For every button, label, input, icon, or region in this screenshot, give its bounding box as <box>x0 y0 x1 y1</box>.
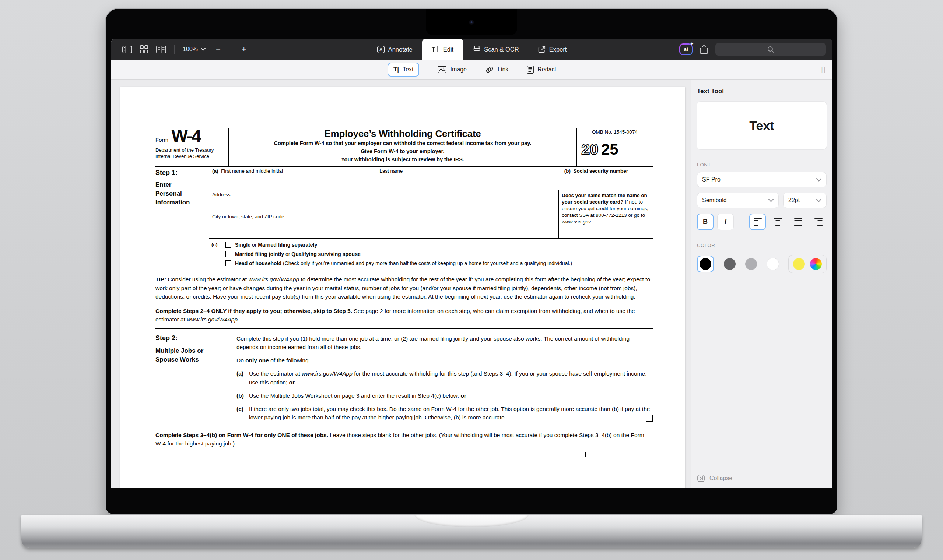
collapse-label: Collapse <box>709 475 732 482</box>
form-year: 2025 <box>577 140 653 158</box>
chevron-down-icon <box>201 48 205 51</box>
edit-text-icon: T <box>432 46 440 53</box>
sidebar-panel-icon[interactable] <box>122 46 132 53</box>
font-size-select[interactable]: 22pt <box>783 192 827 208</box>
section-divider <box>156 270 653 271</box>
checkbox-head-of-household[interactable] <box>225 260 231 266</box>
step2-intro: Complete this step if you (1) hold more … <box>236 334 653 352</box>
step2-option-b: (b) Use the Multiple Jobs Worksheet on p… <box>236 391 653 400</box>
filing-status-option: Single or Married filing separately <box>225 242 572 248</box>
toolbar-divider <box>174 45 175 54</box>
checkbox-single[interactable] <box>225 242 231 248</box>
step1-fields: (a) First name and middle initial Last n… <box>209 167 653 270</box>
step1-section: Step 1: Enter Personal Information (a) F… <box>156 167 653 270</box>
form-title-block: Employee’s Withholding Certificate Compl… <box>228 128 577 166</box>
tool-redact[interactable]: Redact <box>527 66 556 74</box>
font-weight-select[interactable]: Semibold <box>697 192 779 208</box>
address-field[interactable]: Address <box>209 190 558 212</box>
zoom-level-dropdown[interactable]: 100% <box>183 46 205 53</box>
tool-label: Text <box>403 66 413 73</box>
zoom-out-button[interactable]: − <box>214 45 223 53</box>
ai-assistant-icon[interactable]: ai ✦ <box>679 43 692 55</box>
toolbar-left-group: 100% − + <box>111 45 249 54</box>
w4-form: Form W-4 Department of the Treasury Inte… <box>120 87 685 457</box>
chevron-down-icon <box>816 178 821 182</box>
chevron-down-icon <box>816 199 821 202</box>
preview-text: Text <box>749 118 774 133</box>
steps34-paragraph: Complete Steps 3–4(b) on Form W-4 for on… <box>156 431 653 448</box>
svg-text:A: A <box>379 47 383 52</box>
align-right-button[interactable] <box>810 214 827 230</box>
pdf-page[interactable]: Form W-4 Department of the Treasury Inte… <box>120 87 685 488</box>
color-swatch-black[interactable] <box>697 255 714 272</box>
zoom-in-button[interactable]: + <box>239 45 249 53</box>
form-number: W-4 <box>171 128 200 144</box>
form-word: Form <box>156 137 168 143</box>
step2-label: Step 2: <box>156 334 236 342</box>
two-page-view-icon[interactable] <box>156 46 166 53</box>
color-swatch-yellow[interactable] <box>793 258 805 270</box>
share-icon[interactable] <box>700 45 708 54</box>
chevron-down-icon <box>768 199 774 202</box>
step2-do-line: Do only one of the following. <box>236 356 653 365</box>
custom-color-group <box>788 255 827 273</box>
sidebar-title: Text Tool <box>697 88 827 95</box>
color-wheel-picker[interactable] <box>810 258 822 270</box>
omb-year-block: OMB No. 1545-0074 2025 <box>577 128 653 166</box>
subbar-grip-handle[interactable]: || <box>821 66 827 73</box>
sparkle-icon: ✦ <box>690 41 693 46</box>
tool-text[interactable]: T| Text <box>388 63 419 77</box>
checkbox-married-jointly[interactable] <box>225 251 231 257</box>
svg-text:25: 25 <box>601 141 618 158</box>
align-center-button[interactable] <box>769 214 786 230</box>
tab-scan-ocr[interactable]: Scan & OCR <box>463 38 528 60</box>
step1-label: Step 1: <box>156 169 209 177</box>
form-subtitle-2: Give Form W-4 to your employer. <box>233 148 572 156</box>
document-area: Form W-4 Department of the Treasury Inte… <box>111 80 691 488</box>
font-weight-value: Semibold <box>702 197 727 204</box>
tools-group: T| Text Image Link Redact <box>388 63 556 77</box>
section-divider <box>156 328 653 330</box>
color-swatch-gray[interactable] <box>745 258 757 270</box>
form-id-block: Form W-4 Department of the Treasury Inte… <box>156 128 228 166</box>
align-justify-button[interactable] <box>790 214 806 230</box>
tab-annotate[interactable]: A Annotate <box>368 38 422 60</box>
department-lines: Department of the Treasury Internal Reve… <box>156 147 228 160</box>
export-icon <box>538 46 546 53</box>
laptop-base <box>22 515 921 548</box>
form-header: Form W-4 Department of the Treasury Inte… <box>156 128 653 167</box>
search-input[interactable] <box>715 43 826 55</box>
dotted-leader: . . . . . . . . . . . . . . . . . . <box>505 414 634 420</box>
thumbnail-grid-icon[interactable] <box>140 45 148 53</box>
checkbox-two-jobs[interactable] <box>646 415 653 422</box>
tab-label: Annotate <box>388 46 413 53</box>
link-icon <box>485 66 494 74</box>
tab-edit[interactable]: T Edit <box>422 38 463 60</box>
toolbar: 100% − + A Annotate T Edit <box>111 38 832 60</box>
zoom-level-value: 100% <box>183 46 198 53</box>
color-swatch-dark-gray[interactable] <box>724 258 736 270</box>
omb-divider <box>578 137 652 137</box>
color-swatches <box>697 255 827 273</box>
first-name-field[interactable]: (a) First name and middle initial <box>209 167 376 190</box>
color-swatch-white[interactable] <box>767 258 779 270</box>
font-family-select[interactable]: SF Pro <box>697 172 827 188</box>
city-state-zip-field[interactable]: City or town, state, and ZIP code <box>209 212 558 238</box>
bold-button[interactable]: B <box>697 214 713 230</box>
ssn-field[interactable]: (b) Social security number <box>561 167 653 190</box>
scan-icon <box>473 45 481 53</box>
text-style-preview[interactable]: Text <box>697 102 827 149</box>
last-name-field[interactable]: Last name <box>376 167 561 190</box>
italic-button[interactable]: I <box>717 214 734 230</box>
tool-image[interactable]: Image <box>438 66 466 73</box>
tab-export[interactable]: Export <box>529 38 576 60</box>
color-section-label: COLOR <box>697 243 827 248</box>
font-section-label: FONT <box>697 162 827 168</box>
align-left-button[interactable] <box>749 214 766 230</box>
tab-label: Export <box>549 46 567 53</box>
step1-title: Enter Personal Information <box>156 180 198 206</box>
image-icon <box>438 66 447 73</box>
tool-link[interactable]: Link <box>485 66 508 74</box>
lid-scoop <box>414 515 529 527</box>
collapse-button[interactable]: Collapse <box>697 474 732 482</box>
